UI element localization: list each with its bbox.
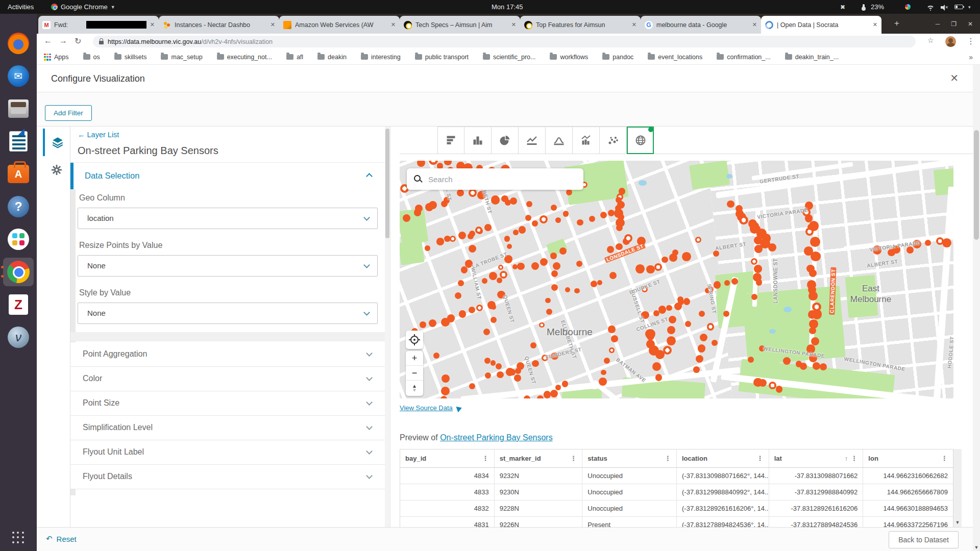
view-source-data-link[interactable]: View Source Data xyxy=(400,404,465,412)
viz-type-pie-button[interactable] xyxy=(492,127,519,154)
column-header-lon[interactable]: lon⋮ xyxy=(863,449,953,467)
battery-icon[interactable] xyxy=(954,0,963,14)
file-cabinet-icon[interactable] xyxy=(7,97,30,120)
column-menu-kebab-icon[interactable]: ⋮ xyxy=(665,455,671,462)
browser-tab[interactable]: Instances - Nectar Dashbo✕ xyxy=(159,16,279,34)
tab-close-icon[interactable]: ✕ xyxy=(391,21,396,28)
map-canvas[interactable]: PEEL STELIZABETH STLA TROBE STWILLIAM ST… xyxy=(400,161,953,398)
bookmark-item[interactable]: deakin xyxy=(317,54,347,61)
toolbox-icon[interactable]: A xyxy=(7,163,30,185)
accordion-flyout-unit-label[interactable]: Flyout Unit Label xyxy=(70,440,385,465)
table-row[interactable]: 48329228NUnoccupied(-37.831289261616206°… xyxy=(400,500,953,517)
table-row[interactable]: 48339230NUnoccupied(-37.83129988840992°,… xyxy=(400,484,953,500)
page-scrollbar-thumb[interactable] xyxy=(974,130,979,240)
thunderbird-icon[interactable]: ✉ xyxy=(7,65,30,87)
close-icon[interactable]: ✕ xyxy=(950,72,959,84)
libreoffice-writer-icon[interactable] xyxy=(7,130,30,153)
chrome-icon[interactable] xyxy=(7,261,30,283)
page-scrollbar[interactable]: ▼ xyxy=(973,65,980,551)
layers-tab[interactable] xyxy=(43,129,70,156)
bookmark-item[interactable]: scientific_pro... xyxy=(483,54,535,61)
firefox-icon[interactable] xyxy=(7,32,30,55)
tilt-control[interactable]: ▲▼ xyxy=(406,381,423,395)
tray-x-icon[interactable]: ✖ xyxy=(840,0,845,14)
accordion-point-size[interactable]: Point Size xyxy=(70,391,385,416)
bookmark-item[interactable]: pandoc xyxy=(602,54,633,61)
bookmark-item[interactable]: afl xyxy=(286,54,303,61)
zoom-out-button[interactable]: − xyxy=(406,366,423,381)
viz-type-histogram-button[interactable] xyxy=(573,127,600,154)
slack-tray-icon[interactable] xyxy=(904,0,911,14)
reset-button[interactable]: ↶Reset xyxy=(46,534,77,543)
browser-tab[interactable]: | Open Data | Socrata✕ xyxy=(761,16,881,34)
bookmarks-overflow-icon[interactable]: » xyxy=(969,53,973,61)
tray-caret-icon[interactable]: ▾ xyxy=(968,0,971,14)
help-icon[interactable]: ? xyxy=(7,195,30,218)
profile-avatar[interactable] xyxy=(945,36,956,47)
column-menu-kebab-icon[interactable]: ⋮ xyxy=(851,455,857,462)
bookmark-item[interactable]: skillsets xyxy=(114,54,147,61)
preview-dataset-link[interactable]: On-street Parking Bay Sensors xyxy=(440,433,553,442)
bookmark-item[interactable]: public transport xyxy=(415,54,469,61)
table-scrollbar[interactable]: ▼ xyxy=(953,449,962,527)
zotero-icon[interactable]: Z xyxy=(7,293,30,316)
new-tab-button[interactable]: + xyxy=(894,18,899,29)
accordion-point-aggregation[interactable]: Point Aggregation xyxy=(70,342,385,367)
bookmark-item[interactable]: deakin_train_... xyxy=(785,54,839,61)
viz-type-area-button[interactable] xyxy=(546,127,573,154)
style-by-value-select[interactable]: None xyxy=(78,303,378,324)
bookmark-item[interactable]: workflows xyxy=(550,54,588,61)
tab-close-icon[interactable]: ✕ xyxy=(873,21,877,28)
slack-icon[interactable] xyxy=(7,228,30,251)
tab-close-icon[interactable]: ✕ xyxy=(271,21,275,28)
panel-scrollbar[interactable] xyxy=(385,127,390,527)
scroll-down-icon[interactable]: ▼ xyxy=(973,545,980,550)
reload-button[interactable]: ↻ xyxy=(75,36,81,46)
tab-close-icon[interactable]: ✕ xyxy=(511,21,516,28)
bookmark-item[interactable]: Apps xyxy=(44,54,69,61)
add-filter-button[interactable]: Add Filter xyxy=(45,105,92,121)
activities-button[interactable]: Activities xyxy=(8,0,34,14)
bookmark-item[interactable]: os xyxy=(83,54,100,61)
data-selection-header[interactable]: Data Selection xyxy=(70,163,385,189)
column-menu-kebab-icon[interactable]: ⋮ xyxy=(482,455,489,462)
maximize-button[interactable]: ❐ xyxy=(951,20,957,28)
minimize-button[interactable]: ─ xyxy=(936,20,940,28)
back-to-dataset-button[interactable]: Back to Dataset xyxy=(889,531,959,548)
resize-points-by-value-select[interactable]: None xyxy=(78,255,378,277)
column-header-location[interactable]: location⋮ xyxy=(677,449,769,467)
column-header-bay_id[interactable]: bay_id⋮ xyxy=(400,449,495,467)
bookmark-item[interactable]: mac_setup xyxy=(161,54,202,61)
tab-close-icon[interactable]: ✕ xyxy=(150,21,155,28)
accordion-simplification-level[interactable]: Simplification Level xyxy=(70,416,385,440)
tab-close-icon[interactable]: ✕ xyxy=(752,21,757,28)
map-search-box[interactable] xyxy=(407,168,583,190)
geo-column-select[interactable]: location xyxy=(78,208,378,229)
zoom-in-button[interactable]: + xyxy=(406,351,423,366)
settings-tab[interactable] xyxy=(43,156,70,184)
wifi-icon[interactable] xyxy=(926,2,935,15)
browser-tab[interactable]: Tech Specs – Aimsun | Aim✕ xyxy=(400,16,520,34)
column-header-st_marker_id[interactable]: st_marker_id⋮ xyxy=(495,449,583,467)
bookmark-item[interactable]: executing_not... xyxy=(217,54,272,61)
back-button[interactable]: ← xyxy=(44,36,52,45)
column-header-lat[interactable]: lat↑⋮ xyxy=(769,449,864,467)
close-window-button[interactable]: ✕ xyxy=(968,20,973,28)
column-header-status[interactable]: status⋮ xyxy=(582,449,677,467)
clock[interactable]: Mon 17:45 xyxy=(492,0,523,14)
column-menu-kebab-icon[interactable]: ⋮ xyxy=(941,455,948,462)
tab-close-icon[interactable]: ✕ xyxy=(632,21,636,28)
search-input[interactable] xyxy=(428,175,561,184)
sphere-app-icon[interactable]: ν xyxy=(7,326,30,348)
browser-tab[interactable]: MFwd: ✕ xyxy=(38,16,159,34)
scroll-down-icon[interactable]: ▼ xyxy=(953,520,962,525)
browser-tab[interactable]: Amazon Web Services (AW✕ xyxy=(279,16,400,34)
panel-scrollbar-thumb[interactable] xyxy=(385,129,389,238)
browser-tab[interactable]: Top Features for Aimsun✕ xyxy=(520,16,641,34)
browser-menu-kebab-icon[interactable]: ⋮ xyxy=(967,36,975,46)
viz-type-bar-horizontal-button[interactable] xyxy=(437,127,464,154)
layer-list-link[interactable]: ← Layer List xyxy=(78,131,119,139)
bookmark-item[interactable]: interesting xyxy=(361,54,401,61)
bookmark-item[interactable]: event_locations xyxy=(648,54,702,61)
show-applications-button[interactable] xyxy=(12,532,24,544)
